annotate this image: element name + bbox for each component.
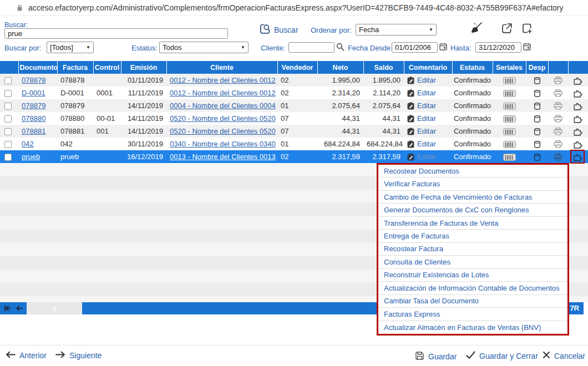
barcode-icon[interactable] xyxy=(503,77,516,84)
documento-link[interactable]: 078879 xyxy=(22,101,45,110)
menu-item[interactable]: Recostear Factura xyxy=(378,243,567,256)
header-factura[interactable]: Factura xyxy=(57,61,93,74)
table-row-selected[interactable]: prueb prueb 16/12/2019 0013 - Nombre del… xyxy=(0,150,588,163)
guardar-y-cerrar-button[interactable]: Guardar y Cerrar xyxy=(466,351,538,360)
table-row[interactable]: D-0001 D-0001 0001 11/11/2019 0012 - Nom… xyxy=(0,87,588,99)
dispatch-cylinder-icon[interactable] xyxy=(534,153,541,161)
documento-link[interactable]: 078878 xyxy=(22,76,45,84)
header-estatus[interactable]: Estatus xyxy=(452,61,493,74)
row-checkbox[interactable] xyxy=(4,77,12,84)
row-checkbox[interactable] xyxy=(4,141,12,148)
table-row[interactable]: 078879 078879 14/11/2019 0004 - Nombre d… xyxy=(0,99,588,112)
menu-item[interactable]: Actualización de Información Contable de… xyxy=(378,282,567,294)
print-icon[interactable] xyxy=(554,153,562,161)
menu-item[interactable]: Actualizar Almacén en Facturas de Ventas… xyxy=(378,321,567,334)
cliente-input[interactable] xyxy=(288,42,334,53)
editar-link[interactable]: Editar xyxy=(417,101,436,110)
new-document-button[interactable] xyxy=(520,22,534,35)
header-emision[interactable]: Emisión xyxy=(121,61,166,74)
cliente-search-icon[interactable] xyxy=(336,43,344,51)
cliente-link[interactable]: 0013 - Nombre del Clientes 0013 xyxy=(170,152,276,161)
cliente-link[interactable]: 0520 - Nombre del Clientes 0520 xyxy=(170,114,276,123)
barcode-icon[interactable] xyxy=(503,141,516,148)
row-checkbox[interactable] xyxy=(4,128,12,135)
header-comentario[interactable]: Comentario xyxy=(404,61,452,74)
print-icon[interactable] xyxy=(554,115,562,123)
documento-link[interactable]: 078880 xyxy=(22,114,45,123)
cliente-link[interactable]: 0012 - Nombre del Clientes 0012 xyxy=(170,76,276,84)
print-icon[interactable] xyxy=(554,128,562,135)
table-row[interactable]: 078880 078880 00-01 14/11/2019 0520 - No… xyxy=(0,112,588,125)
page-url[interactable]: acceso.efactoryerp.com/Administrativo/Co… xyxy=(28,3,564,12)
first-page-button[interactable] xyxy=(3,305,11,312)
barcode-icon[interactable] xyxy=(503,128,516,135)
menu-item[interactable]: Cambio de Fecha de Vencimiento de Factur… xyxy=(378,191,567,204)
dispatch-cylinder-icon[interactable] xyxy=(534,77,541,85)
editar-link[interactable]: Editar xyxy=(417,89,436,97)
table-row[interactable]: 078881 078881 001 14/11/2019 0520 - Nomb… xyxy=(0,125,588,138)
menu-item[interactable]: Consulta de Clientes xyxy=(378,256,567,268)
row-checkbox[interactable] xyxy=(4,115,12,123)
documento-link[interactable]: 042 xyxy=(22,140,34,148)
editar-link[interactable]: Editar xyxy=(417,152,436,161)
barcode-icon[interactable] xyxy=(503,90,516,97)
guardar-button[interactable]: Guardar xyxy=(415,351,457,362)
complementos-puzzle-icon[interactable] xyxy=(574,152,583,161)
documento-link[interactable]: 078881 xyxy=(22,127,45,135)
open-external-button[interactable] xyxy=(500,22,514,35)
documento-link[interactable]: prueb xyxy=(22,152,40,161)
page-number[interactable]: 1 xyxy=(27,302,82,314)
menu-item[interactable]: Cambiar Tasa del Documento xyxy=(378,295,567,308)
barcode-icon[interactable] xyxy=(503,154,516,161)
clean-broom-button[interactable] xyxy=(469,20,484,34)
row-checkbox[interactable] xyxy=(4,103,12,110)
table-row[interactable]: 042 042 30/11/2019 0340 - Nombre del Cli… xyxy=(0,138,588,150)
barcode-icon[interactable] xyxy=(503,103,516,110)
menu-item[interactable]: Entrega de Facturas xyxy=(378,230,567,242)
cancelar-button[interactable]: Cancelar xyxy=(543,351,585,360)
barcode-icon[interactable] xyxy=(503,115,516,123)
editar-link[interactable]: Editar xyxy=(417,140,436,148)
siguiente-button[interactable]: Siguiente xyxy=(55,351,102,360)
header-saldo[interactable]: Saldo xyxy=(363,61,404,74)
cliente-link[interactable]: 0520 - Nombre del Clientes 0520 xyxy=(170,127,276,135)
header-seriales[interactable]: Seriales xyxy=(493,61,526,74)
complementos-puzzle-icon[interactable] xyxy=(574,127,583,136)
browser-address-bar[interactable]: acceso.efactoryerp.com/Administrativo/Co… xyxy=(0,0,588,16)
menu-item[interactable]: Transferencia de Facturas de Venta xyxy=(378,217,567,230)
cliente-link[interactable]: 0004 - Nombre del Clientes 0004 xyxy=(170,101,276,110)
estatus-select[interactable]: Todos ▼ xyxy=(159,42,249,53)
print-icon[interactable] xyxy=(554,89,562,97)
buscar-por-select[interactable]: [Todos] ▼ xyxy=(47,42,94,53)
dispatch-cylinder-icon[interactable] xyxy=(534,140,541,149)
header-documento[interactable]: Documento xyxy=(18,61,57,74)
cliente-link[interactable]: 0340 - Nombre del Clientes 0340 xyxy=(170,140,276,148)
menu-item[interactable]: Facturas Express xyxy=(378,308,567,321)
previous-page-button[interactable] xyxy=(16,305,23,312)
editar-link[interactable]: Editar xyxy=(417,76,436,84)
complementos-puzzle-icon[interactable] xyxy=(574,114,583,123)
header-neto[interactable]: Neto xyxy=(317,61,363,74)
table-row[interactable]: 078878 078878 01/11/2019 0012 - Nombre d… xyxy=(0,74,588,87)
header-cliente[interactable]: Cliente xyxy=(166,61,277,74)
header-vendedor[interactable]: Vendedor xyxy=(277,61,317,74)
dispatch-cylinder-icon[interactable] xyxy=(534,89,541,98)
header-desp[interactable]: Desp xyxy=(526,61,548,74)
print-icon[interactable] xyxy=(554,77,562,84)
header-control[interactable]: Control xyxy=(93,61,121,74)
calendar-icon[interactable] xyxy=(439,43,447,50)
menu-item[interactable]: Verificar Facturas xyxy=(378,177,567,190)
menu-item[interactable]: Generar Documentos de CxC con Renglones xyxy=(378,204,567,216)
menu-item[interactable]: Reconstruir Existencias de Lotes xyxy=(378,269,567,282)
documento-link[interactable]: D-0001 xyxy=(22,89,45,97)
editar-link[interactable]: Editar xyxy=(417,114,436,123)
fecha-desde-input[interactable] xyxy=(392,42,438,53)
dispatch-cylinder-icon[interactable] xyxy=(534,102,541,110)
calendar-icon[interactable] xyxy=(523,43,531,50)
cliente-link[interactable]: 0012 - Nombre del Clientes 0012 xyxy=(170,89,276,97)
editar-link[interactable]: Editar xyxy=(417,127,436,135)
menu-item[interactable]: Recostear Documentos xyxy=(378,165,567,177)
dispatch-cylinder-icon[interactable] xyxy=(534,115,541,123)
row-checkbox[interactable] xyxy=(4,90,12,97)
complementos-puzzle-icon[interactable] xyxy=(574,140,583,149)
